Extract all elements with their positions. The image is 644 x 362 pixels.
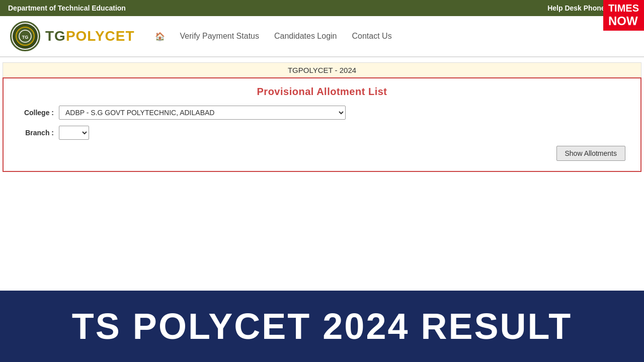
main-content: TGPOLYCET - 2024 Provisional Allotment L… — [0, 57, 644, 177]
times-now-line2: NOW — [608, 14, 639, 29]
site-title: TGPOLYCET — [45, 28, 135, 44]
college-label: College : — [14, 109, 54, 117]
times-now-line1: TIMES — [608, 2, 639, 14]
logo-inner: TG — [13, 24, 38, 49]
site-title-tg: TG — [45, 28, 66, 44]
show-allotments-button[interactable]: Show Allotments — [556, 146, 626, 161]
form-box: Provisional Allotment List College : ADB… — [3, 77, 641, 172]
logo-area: TG TGPOLYCET — [10, 21, 135, 51]
logo-svg: TG — [15, 26, 35, 46]
svg-text:TG: TG — [22, 35, 29, 40]
contact-us-link[interactable]: Contact Us — [352, 32, 392, 41]
branch-row: Branch : — [14, 126, 630, 140]
dept-name: Department of Technical Education — [8, 4, 126, 12]
year-title: TGPOLYCET - 2024 — [3, 62, 641, 77]
branch-label: Branch : — [14, 129, 54, 137]
top-bar: Department of Technical Education Help D… — [0, 0, 644, 16]
nav: 🏠 Verify Payment Status Candidates Login… — [155, 32, 392, 41]
college-select[interactable]: ADBP - S.G GOVT POLYTECHNIC, ADILABAD — [59, 106, 346, 120]
footer-banner-text: TS POLYCET 2024 RESULT — [72, 306, 572, 347]
times-now-watermark: TIMES NOW — [603, 0, 644, 31]
candidates-login-link[interactable]: Candidates Login — [274, 32, 337, 41]
site-title-polycet: POLYCET — [66, 28, 135, 44]
verify-payment-link[interactable]: Verify Payment Status — [180, 32, 259, 41]
footer-banner: TS POLYCET 2024 RESULT — [0, 291, 644, 362]
college-row: College : ADBP - S.G GOVT POLYTECHNIC, A… — [14, 106, 630, 120]
branch-select[interactable] — [59, 126, 89, 140]
show-btn-row: Show Allotments — [14, 146, 630, 161]
logo-circle: TG — [10, 21, 40, 51]
page-title: Provisional Allotment List — [14, 86, 630, 98]
header: TG TGPOLYCET 🏠 Verify Payment Status Can… — [0, 16, 644, 57]
home-link[interactable]: 🏠 — [155, 32, 165, 41]
